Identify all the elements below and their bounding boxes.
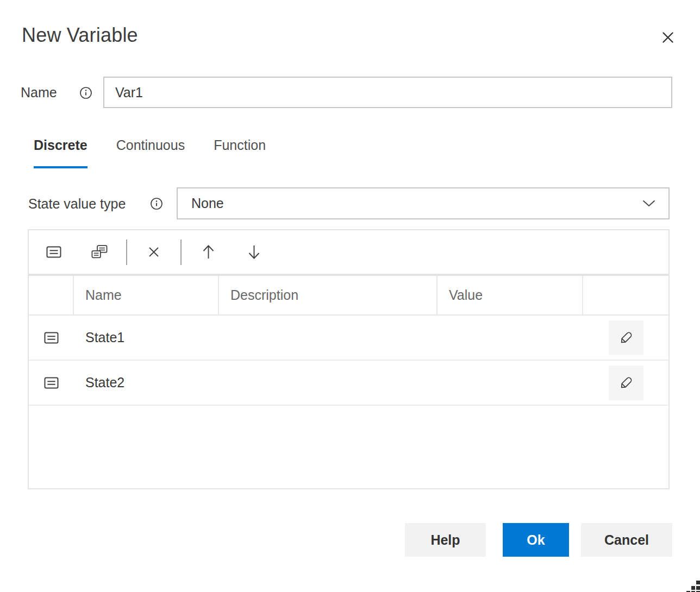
table-empty-area (29, 406, 668, 488)
header-cell-icon (29, 276, 74, 314)
row-edit-cell (583, 361, 668, 405)
tab-function[interactable]: Function (214, 137, 266, 168)
states-toolbar (28, 229, 670, 275)
toolbar-separator (180, 240, 182, 265)
edit-state-button[interactable] (609, 366, 643, 400)
toolbar-separator (126, 240, 127, 265)
dialog-title: New Variable (22, 24, 138, 47)
table-row[interactable]: State2 (29, 361, 668, 406)
new-variable-dialog: New Variable Name Discrete Continuous Fu… (0, 0, 700, 592)
header-cell-value: Value (438, 276, 583, 314)
edit-state-button[interactable] (609, 320, 643, 355)
tab-discrete[interactable]: Discrete (34, 137, 88, 168)
pencil-icon (617, 374, 635, 392)
states-table: Name Description Value State1 (28, 275, 670, 489)
tab-continuous[interactable]: Continuous (116, 137, 185, 168)
resize-grip[interactable] (684, 578, 700, 592)
close-button[interactable] (655, 25, 680, 50)
move-down-button[interactable] (241, 239, 267, 265)
add-state-button[interactable] (41, 239, 67, 265)
state-value-type-dropdown[interactable]: None (177, 187, 670, 219)
state-value-cell (438, 316, 583, 360)
state-name-cell: State1 (74, 316, 219, 360)
state-card-icon (44, 332, 59, 344)
name-input[interactable] (103, 77, 672, 108)
info-icon (79, 86, 92, 99)
cancel-button[interactable]: Cancel (581, 523, 672, 557)
row-edit-cell (583, 316, 668, 360)
close-icon (659, 28, 677, 47)
row-icon-cell (29, 316, 74, 360)
name-info-button[interactable] (79, 86, 92, 99)
state-value-type-selected: None (178, 196, 641, 211)
duplicate-state-icon (91, 245, 108, 259)
delete-state-icon (147, 245, 161, 259)
pencil-icon (617, 329, 635, 347)
state-value-type-label: State value type (28, 196, 126, 212)
duplicate-state-button[interactable] (86, 239, 112, 265)
state-description-cell (219, 316, 438, 360)
variable-type-tabs: Discrete Continuous Function (34, 137, 266, 168)
table-row[interactable]: State1 (29, 316, 668, 361)
state-description-cell (219, 361, 438, 405)
name-label: Name (21, 85, 57, 100)
move-up-button[interactable] (195, 239, 221, 265)
delete-state-button[interactable] (141, 239, 167, 265)
info-icon (150, 197, 163, 210)
state-card-icon (44, 377, 59, 389)
chevron-down-icon (641, 199, 657, 208)
row-icon-cell (29, 361, 74, 405)
state-value-cell (438, 361, 583, 405)
header-cell-description: Description (219, 276, 438, 314)
state-name-cell: State2 (74, 361, 219, 405)
states-table-header: Name Description Value (29, 276, 668, 316)
move-down-icon (247, 244, 261, 260)
help-button[interactable]: Help (405, 523, 486, 557)
ok-button[interactable]: Ok (503, 523, 569, 557)
state-value-type-info-button[interactable] (150, 197, 163, 210)
add-state-icon (46, 246, 61, 258)
header-cell-name: Name (74, 276, 219, 314)
move-up-icon (201, 244, 216, 260)
header-cell-edit (583, 276, 668, 314)
